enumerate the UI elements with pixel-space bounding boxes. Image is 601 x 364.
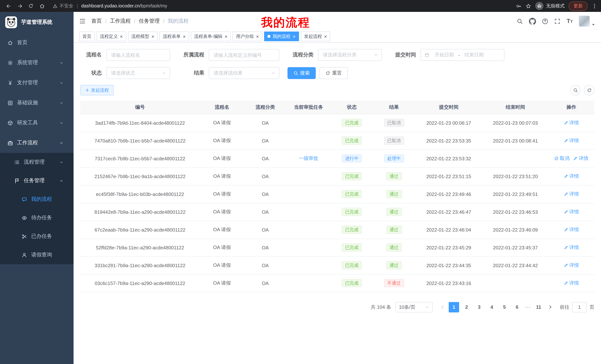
column-header: 编号 bbox=[80, 101, 200, 114]
pagination-page-1[interactable]: 1 bbox=[449, 302, 459, 312]
cell-status: 已完成 bbox=[331, 185, 373, 203]
next-page-icon[interactable] bbox=[545, 302, 555, 312]
github-icon[interactable] bbox=[529, 18, 536, 25]
tab-start-process[interactable]: 发起流程× bbox=[301, 31, 330, 41]
tab-form-edit[interactable]: 流程表单-编辑× bbox=[191, 31, 231, 41]
detail-action[interactable]: 详情 bbox=[573, 155, 588, 162]
filter-time-range[interactable]: 开始日期 - 结束日期 bbox=[421, 49, 504, 61]
pagination-page-5[interactable]: 5 bbox=[499, 302, 510, 312]
filter-status-placeholder: 请选择状态 bbox=[111, 70, 135, 77]
goto-page-input[interactable] bbox=[572, 302, 587, 312]
breadcrumb-item[interactable]: 工作流程 bbox=[110, 18, 131, 25]
browser-back-icon[interactable] bbox=[4, 1, 13, 11]
filter-result-select[interactable]: 请选择流结果 bbox=[209, 67, 279, 79]
user-menu[interactable] bbox=[579, 16, 595, 27]
sidebar-item-done-tasks[interactable]: 已办任务 bbox=[0, 227, 74, 246]
filter-status-select[interactable]: 请选择状态 bbox=[106, 67, 170, 79]
close-icon[interactable]: × bbox=[120, 34, 123, 39]
close-icon[interactable]: × bbox=[324, 34, 327, 39]
sidebar-item-infra[interactable]: 基础设施 bbox=[0, 93, 74, 113]
fullscreen-icon[interactable] bbox=[554, 18, 561, 24]
logo[interactable]: 芋道管理系统 bbox=[0, 12, 74, 33]
bookmark-star-icon[interactable] bbox=[526, 3, 531, 9]
pagination-page-3[interactable]: 3 bbox=[474, 302, 484, 312]
prev-page-icon[interactable] bbox=[437, 302, 448, 312]
sidebar-item-payment[interactable]: 支付管理 bbox=[0, 73, 74, 93]
breadcrumb-separator: / bbox=[134, 18, 136, 24]
close-icon[interactable]: × bbox=[183, 34, 186, 39]
breadcrumb-item[interactable]: 首页 bbox=[91, 18, 102, 25]
sidebar-item-leave-query[interactable]: 请假查询 bbox=[0, 246, 74, 264]
detail-action[interactable]: 详情 bbox=[564, 173, 579, 180]
table-row: 3ad174fb-7b9d-11ec-8404-acde48001122OA 请… bbox=[80, 114, 594, 132]
warning-icon bbox=[53, 3, 58, 8]
detail-action[interactable]: 详情 bbox=[564, 280, 579, 287]
hamburger-icon[interactable] bbox=[79, 18, 86, 25]
sidebar-item-process-mgmt[interactable]: 流程管理 bbox=[0, 153, 74, 172]
tab-process-form[interactable]: 流程表单× bbox=[159, 31, 189, 41]
sidebar-item-label: 请假查询 bbox=[31, 252, 68, 258]
sidebar-item-system[interactable]: 系统管理 bbox=[0, 53, 74, 73]
close-icon[interactable]: × bbox=[151, 34, 154, 39]
update-button[interactable]: 更新 bbox=[569, 1, 588, 10]
sidebar-item-todo-tasks[interactable]: 待办任务 bbox=[0, 209, 74, 227]
tab-user-group[interactable]: 用户分组× bbox=[233, 31, 262, 41]
detail-action[interactable]: 详情 bbox=[564, 137, 579, 144]
browser-forward-icon[interactable] bbox=[15, 1, 25, 11]
task-link[interactable]: 一级审批 bbox=[299, 155, 318, 162]
list-icon bbox=[14, 159, 20, 165]
sidebar-item-devtools[interactable]: 研发工具 bbox=[0, 113, 74, 133]
detail-action[interactable]: 详情 bbox=[564, 119, 579, 126]
close-icon[interactable]: × bbox=[293, 34, 295, 39]
font-size-icon[interactable]: TT bbox=[567, 18, 573, 25]
detail-action[interactable]: 详情 bbox=[564, 262, 579, 269]
incognito-badge: 无痕模式 bbox=[535, 2, 565, 10]
create-process-button[interactable]: 发起流程 bbox=[80, 85, 114, 95]
avatar[interactable] bbox=[579, 16, 590, 27]
browser-menu-icon[interactable] bbox=[592, 3, 597, 9]
pagination-more[interactable]: ··· bbox=[523, 304, 532, 310]
security-indicator[interactable]: 不安全 bbox=[53, 3, 73, 9]
close-icon[interactable]: × bbox=[225, 34, 228, 39]
cancel-action[interactable]: 取消 bbox=[554, 155, 570, 162]
detail-action[interactable]: 详情 bbox=[564, 191, 579, 197]
tab-process-def[interactable]: 流程定义× bbox=[97, 31, 126, 41]
date-end-placeholder[interactable]: 结束日期 bbox=[461, 52, 488, 58]
address-divider: | bbox=[77, 3, 78, 9]
sidebar-item-home[interactable]: 首页 bbox=[0, 33, 74, 53]
tab-home[interactable]: 首页 bbox=[79, 31, 95, 41]
tab-process-model[interactable]: 流程模型× bbox=[128, 31, 158, 41]
filter-process-input[interactable] bbox=[209, 49, 279, 61]
content: 流程名 所属流程 流程分类 请选择流程分类 bbox=[74, 43, 601, 364]
browser-home-icon[interactable] bbox=[37, 1, 47, 11]
tab-my-process[interactable]: 我的流程× bbox=[264, 31, 299, 41]
detail-action[interactable]: 详情 bbox=[564, 226, 579, 233]
sidebar-item-my-process[interactable]: 我的流程 bbox=[0, 190, 74, 209]
show-search-button[interactable] bbox=[570, 85, 581, 95]
cell-submit-time: 2022-01-22 23:46:47 bbox=[415, 203, 482, 221]
filter-category-select[interactable]: 请选择流程分类 bbox=[318, 49, 382, 61]
search-button[interactable]: 搜索 bbox=[288, 67, 316, 79]
browser-reload-icon[interactable] bbox=[26, 1, 36, 11]
pagination-page-4[interactable]: 4 bbox=[487, 302, 497, 312]
page-size-select[interactable]: 10条/页 bbox=[396, 302, 433, 312]
date-start-placeholder[interactable]: 开始日期 bbox=[431, 52, 458, 58]
search-icon bbox=[293, 71, 298, 76]
filter-name-input[interactable] bbox=[106, 49, 170, 61]
close-icon[interactable]: × bbox=[256, 34, 259, 39]
cell-result: 通过 bbox=[373, 239, 415, 256]
sidebar-item-task-mgmt[interactable]: 任务管理 bbox=[0, 172, 74, 190]
pagination-page-6[interactable]: 6 bbox=[512, 302, 522, 312]
refresh-table-button[interactable] bbox=[584, 85, 594, 95]
pagination-page-2[interactable]: 2 bbox=[461, 302, 472, 312]
breadcrumb-item[interactable]: 任务管理 bbox=[139, 18, 160, 25]
pagination-page-11[interactable]: 11 bbox=[533, 302, 544, 312]
search-icon[interactable] bbox=[517, 18, 523, 24]
address-bar[interactable]: 不安全 | dashboard.yudao.iocoder.cn/bpm/tas… bbox=[53, 3, 514, 9]
sidebar-item-workflow[interactable]: 工作流程 bbox=[0, 133, 74, 153]
password-key-icon[interactable] bbox=[516, 3, 521, 9]
detail-action[interactable]: 详情 bbox=[564, 209, 579, 215]
reset-button[interactable]: 重置 bbox=[320, 67, 348, 79]
help-icon[interactable] bbox=[542, 18, 549, 24]
detail-action[interactable]: 详情 bbox=[564, 244, 579, 251]
